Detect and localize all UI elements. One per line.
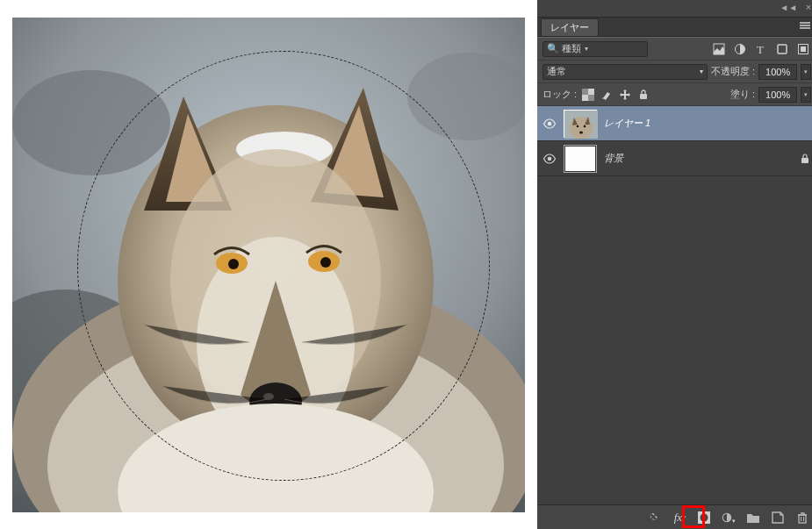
lock-row: ロック : 塗り : 100% ▾ <box>537 83 812 106</box>
lock-position-icon[interactable] <box>619 89 631 101</box>
svg-point-33 <box>548 156 552 161</box>
layers-panel: ◄◄ × レイヤー 🔍 種類 ▾ T <box>537 0 812 529</box>
svg-rect-26 <box>640 94 647 99</box>
svg-rect-24 <box>582 89 588 95</box>
blend-mode-value: 通常 <box>547 65 566 78</box>
svg-point-30 <box>577 125 579 127</box>
svg-rect-20 <box>778 45 787 54</box>
canvas-image <box>12 18 525 512</box>
filter-icons: T <box>713 43 811 55</box>
filter-type-select[interactable]: 🔍 種類 ▾ <box>543 41 648 57</box>
svg-rect-34 <box>801 158 808 163</box>
blend-mode-select[interactable]: 通常 ▾ <box>543 64 708 80</box>
svg-point-29 <box>570 117 593 139</box>
svg-point-12 <box>228 259 239 269</box>
new-layer-icon[interactable] <box>771 511 785 525</box>
filter-adjustment-icon[interactable] <box>734 43 746 55</box>
filter-smart-icon[interactable] <box>797 43 809 55</box>
filter-type-icon[interactable]: T <box>755 43 767 55</box>
svg-point-32 <box>579 131 583 133</box>
svg-point-27 <box>548 121 552 125</box>
filter-shape-icon[interactable] <box>776 43 788 55</box>
chevron-down-icon: ▾ <box>585 45 588 53</box>
fill-slider-toggle[interactable]: ▾ <box>801 87 811 103</box>
delete-layer-icon[interactable] <box>795 511 809 525</box>
panel-tabs: レイヤー <box>537 18 812 37</box>
blend-row: 通常 ▾ 不透明度 : 100% ▾ <box>537 61 812 83</box>
layer-thumbnail[interactable] <box>564 145 597 173</box>
add-mask-icon[interactable] <box>697 511 711 525</box>
svg-text:T: T <box>757 43 764 55</box>
svg-rect-25 <box>588 95 594 101</box>
layer-item[interactable]: 背景 <box>537 141 812 176</box>
layer-item[interactable]: レイヤー 1 <box>537 106 812 141</box>
close-icon[interactable]: × <box>806 2 811 12</box>
filter-pixel-icon[interactable] <box>713 43 725 55</box>
layer-name[interactable]: レイヤー 1 <box>604 117 650 130</box>
lock-transparency-icon[interactable] <box>582 89 594 101</box>
lock-label: ロック : <box>543 88 577 101</box>
layer-style-icon[interactable]: fx▾ <box>672 511 686 525</box>
svg-rect-38 <box>799 515 806 523</box>
lock-icons <box>582 89 650 101</box>
chevron-down-icon: ▾ <box>700 68 703 75</box>
tab-layers[interactable]: レイヤー <box>541 18 599 36</box>
new-group-icon[interactable] <box>746 511 760 525</box>
canvas-area[interactable] <box>0 0 537 529</box>
link-layers-icon[interactable] <box>648 511 662 525</box>
svg-point-36 <box>701 513 708 521</box>
panel-body: 🔍 種類 ▾ T <box>537 37 812 529</box>
lock-all-icon[interactable] <box>637 89 650 101</box>
layer-thumbnail[interactable] <box>564 110 597 138</box>
wolf-illustration <box>12 18 525 512</box>
filter-label: 種類 <box>562 42 581 55</box>
search-icon: 🔍 <box>547 43 559 54</box>
opacity-label[interactable]: 不透明度 : <box>711 65 755 78</box>
new-adjustment-layer-icon[interactable]: ▾ <box>722 511 736 525</box>
opacity-input[interactable]: 100% <box>758 64 797 80</box>
layers-list: レイヤー 1 背景 <box>537 106 812 504</box>
svg-point-2 <box>407 53 525 140</box>
layer-lock-icon <box>799 153 811 165</box>
filter-row: 🔍 種類 ▾ T <box>537 38 812 61</box>
layer-name[interactable]: 背景 <box>604 152 623 165</box>
svg-point-1 <box>12 70 170 175</box>
svg-point-13 <box>320 257 331 268</box>
visibility-toggle-icon[interactable] <box>543 152 557 166</box>
collapse-icon[interactable]: ◄◄ <box>780 3 797 12</box>
svg-point-31 <box>584 125 586 127</box>
panel-menu-icon[interactable] <box>799 21 811 33</box>
panel-titlebar: ◄◄ × <box>537 0 812 18</box>
svg-rect-22 <box>801 46 806 52</box>
fill-input[interactable]: 100% <box>758 87 797 103</box>
visibility-toggle-icon[interactable] <box>543 117 557 131</box>
fill-label[interactable]: 塗り : <box>730 88 755 101</box>
opacity-slider-toggle[interactable]: ▾ <box>801 64 811 80</box>
lock-pixels-icon[interactable] <box>600 89 613 101</box>
panel-bottom-bar: fx▾ ▾ <box>537 504 812 529</box>
